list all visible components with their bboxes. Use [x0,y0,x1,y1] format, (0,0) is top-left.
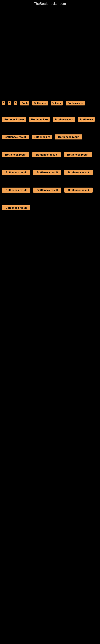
bottleneck-label: Bottleneck result [2,188,30,192]
bottleneck-label: Bottleneck result [2,205,30,210]
bottleneck-label: Bottleneck result [55,134,82,140]
bottleneck-label: Bottleneck resu [2,117,26,122]
list-item[interactable]: Bottleneck result [2,170,30,175]
list-item[interactable]: Bottleneck re [29,117,50,122]
site-header: TheBottlenecker.com [0,0,100,7]
list-item[interactable]: B [8,101,11,105]
bottleneck-label: Bottleneck result [32,152,61,157]
list-item[interactable]: Bottleneck re [32,135,52,139]
list-item[interactable]: B [14,101,17,105]
list-item[interactable]: Bottleneck result [2,188,30,192]
main-content: B B B Bottle Bottleneck Bottlene Bottlen… [0,7,100,214]
bottleneck-label: Bottleneck result [33,170,61,175]
bottleneck-label: Bottleneck result [2,152,29,157]
bottleneck-label: Bottleneck [32,101,48,106]
bottleneck-label: Bottleneck result [64,152,92,157]
bottleneck-label: Bottleneck re [29,117,50,122]
bottleneck-label: B [2,102,5,105]
list-item[interactable]: Bottleneck result [33,170,61,175]
list-item[interactable]: Bottleneck result [32,152,61,157]
list-item[interactable]: Bottleneck result [2,152,29,157]
bottleneck-label: Bottleneck result [33,188,61,192]
list-item[interactable]: Bottleneck result [2,205,30,210]
bottleneck-label: Bottleneck re [32,135,52,139]
bottleneck-label: Bottlene [50,101,63,106]
list-item[interactable]: Bottleneck result [2,135,29,139]
list-item[interactable]: Bottleneck result [55,134,82,140]
list-item[interactable]: Bottleneck resu [2,117,26,122]
list-item[interactable]: Bottleneck result [33,188,61,192]
list-item[interactable]: Bottleneck res [52,117,75,122]
list-item[interactable]: Bottlene [50,101,63,106]
bottleneck-label: Bottleneck res [52,117,75,122]
bottleneck-label: Bottleneck result [64,188,93,192]
cursor-line [1,92,2,96]
bottleneck-label: Bottleneck re [66,101,85,106]
list-item[interactable]: Bottleneck re [66,101,85,106]
list-item[interactable]: Bottleneck result [64,188,93,192]
list-item[interactable]: Bottle [20,101,29,106]
list-item[interactable]: B [2,101,5,105]
bottleneck-label: Bottle [20,101,29,106]
bottleneck-label: Bottleneck [78,117,95,122]
list-item[interactable]: Bottleneck result [64,170,93,175]
bottleneck-label: Bottleneck result [2,170,30,175]
bottleneck-label: B [14,102,17,105]
bottleneck-label: B [8,102,11,105]
bottleneck-label: Bottleneck result [2,135,29,139]
list-item[interactable]: Bottleneck [78,117,95,122]
bottleneck-label: Bottleneck result [64,170,93,175]
list-item[interactable]: Bottleneck [32,101,48,106]
site-title: TheBottlenecker.com [0,0,100,7]
list-item[interactable]: Bottleneck result [64,152,92,157]
